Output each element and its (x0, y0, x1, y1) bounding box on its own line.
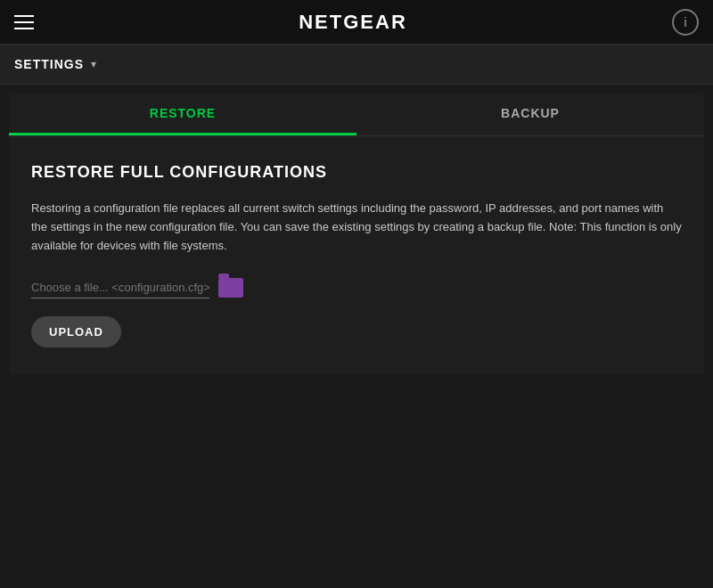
tab-restore[interactable]: RESTORE (9, 94, 356, 135)
info-icon[interactable]: i (672, 9, 699, 36)
settings-label: SETTINGS (14, 57, 84, 71)
file-chooser-row (31, 277, 682, 298)
file-input[interactable] (31, 277, 209, 298)
hamburger-menu[interactable] (14, 15, 34, 29)
chevron-down-icon[interactable]: ▾ (91, 58, 96, 70)
restore-description: Restoring a configuration file replaces … (31, 200, 682, 255)
brand-logo: NETGEAR (34, 11, 672, 34)
top-nav-bar: NETGEAR i (0, 0, 713, 45)
tab-bar: RESTORE BACKUP (9, 94, 704, 136)
hamburger-line-1 (14, 15, 34, 17)
hamburger-line-2 (14, 21, 34, 23)
content-area: RESTORE BACKUP RESTORE FULL CONFIGURATIO… (9, 94, 704, 374)
restore-title: RESTORE FULL CONFIGURATIONS (31, 163, 682, 182)
tab-backup[interactable]: BACKUP (356, 94, 704, 135)
folder-icon[interactable] (218, 278, 243, 298)
upload-button[interactable]: UPLOAD (31, 316, 121, 347)
settings-bar: SETTINGS ▾ (0, 45, 713, 85)
restore-content: RESTORE FULL CONFIGURATIONS Restoring a … (9, 136, 704, 374)
hamburger-line-3 (14, 28, 34, 29)
